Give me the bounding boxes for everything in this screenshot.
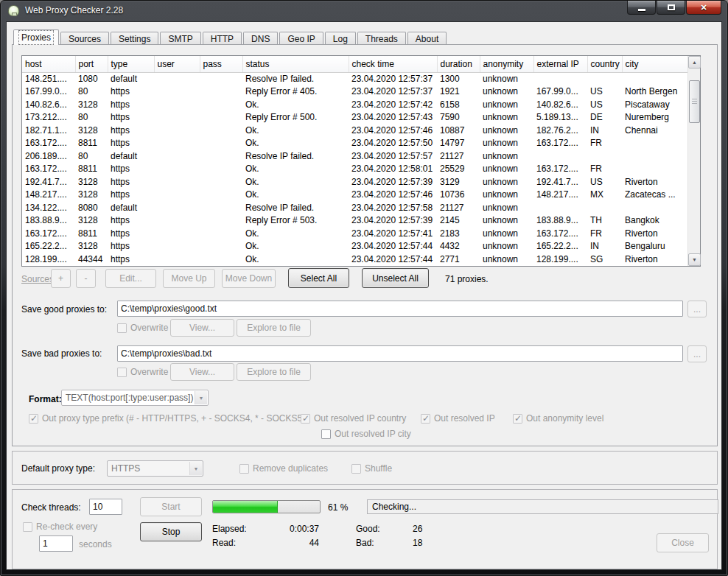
tab-log[interactable]: Log xyxy=(325,32,356,44)
move-down-button[interactable]: Move Down xyxy=(222,269,276,288)
table-row[interactable]: 173.212....80httpsReply Error # 500.23.0… xyxy=(22,111,687,124)
save-bad-overwrite-checkbox[interactable]: Overwrite xyxy=(117,367,168,377)
edit-button[interactable]: Edit... xyxy=(105,269,156,288)
out-city-checkbox[interactable]: Out resolved IP city xyxy=(321,429,411,439)
format-dropdown[interactable]: TEXT(host:port[:type:user:pass]) ▼ xyxy=(61,390,209,406)
table-cell: 21127 xyxy=(437,150,480,163)
table-cell: 148.251.... xyxy=(22,72,75,85)
tab-geo-ip[interactable]: Geo IP xyxy=(279,32,323,44)
column-header[interactable]: city xyxy=(622,56,687,72)
save-good-view-button[interactable]: View... xyxy=(170,319,234,337)
out-ip-checkbox[interactable]: Out resolved IP xyxy=(421,413,495,424)
proxy-list[interactable]: hostporttypeuserpassstatuscheck timedura… xyxy=(21,55,701,267)
start-button[interactable]: Start xyxy=(140,497,202,516)
scroll-up-icon[interactable]: ▲ xyxy=(688,56,701,69)
tab-threads[interactable]: Threads xyxy=(357,32,406,44)
recheck-checkbox[interactable]: Re-check every xyxy=(23,521,97,532)
table-row[interactable]: 182.71.1...3128httpsOk.23.04.2020 12:57:… xyxy=(22,124,687,137)
add-button[interactable]: + xyxy=(51,269,71,288)
close-window-button[interactable]: ✕ xyxy=(686,1,721,15)
scrollbar-thumb[interactable] xyxy=(689,80,700,123)
table-row[interactable]: 148.217....3128httpsOk.23.04.2020 12:57:… xyxy=(22,189,687,202)
save-good-browse-button[interactable]: ... xyxy=(687,301,707,317)
sources-link[interactable]: Sources xyxy=(21,274,54,284)
table-cell: 23.04.2020 12:57:44 xyxy=(349,240,437,253)
table-cell xyxy=(154,189,200,202)
column-header[interactable]: type xyxy=(108,56,154,72)
table-cell: 23.04.2020 12:57:58 xyxy=(349,201,437,214)
table-row[interactable]: 163.172....8811httpsOk.23.04.2020 12:57:… xyxy=(22,137,687,150)
table-row[interactable]: 163.172....8811httpsOk.23.04.2020 12:58:… xyxy=(22,163,687,176)
recheck-seconds-input[interactable] xyxy=(39,535,73,552)
bad-label: Bad: xyxy=(356,538,374,548)
table-row[interactable]: 165.22.2...3128httpsOk.23.04.2020 12:57:… xyxy=(22,240,687,253)
column-header[interactable]: user xyxy=(154,56,200,72)
save-good-overwrite-checkbox[interactable]: Overwrite xyxy=(117,323,168,333)
out-country-checkbox[interactable]: Out resolved IP country xyxy=(301,413,406,424)
tab-sources[interactable]: Sources xyxy=(60,32,109,44)
scroll-down-icon[interactable]: ▼ xyxy=(688,253,701,266)
tab-dns[interactable]: DNS xyxy=(243,32,278,44)
save-good-path-input[interactable] xyxy=(117,301,683,317)
table-cell: default xyxy=(108,72,154,85)
move-up-button[interactable]: Move Up xyxy=(163,269,215,288)
table-row[interactable]: 140.82.6...3128httpsOk.23.04.2020 12:57:… xyxy=(22,98,687,111)
elapsed-label: Elapsed: xyxy=(212,524,247,534)
close-button[interactable]: Close xyxy=(657,533,709,552)
table-row[interactable]: 206.189....80defaultResolve IP failed.23… xyxy=(22,150,687,163)
table-cell xyxy=(200,163,242,176)
column-header[interactable]: check time xyxy=(349,56,437,72)
save-good-explore-button[interactable]: Explore to file xyxy=(237,319,311,337)
bottom-panel: Check threads: Start 61 % Checking... Re… xyxy=(12,489,718,569)
tab-settings[interactable]: Settings xyxy=(111,32,158,44)
tab-about[interactable]: About xyxy=(407,32,447,44)
table-cell: Nuremberg xyxy=(622,111,687,124)
minimize-button[interactable] xyxy=(627,1,656,15)
table-cell xyxy=(200,111,242,124)
save-bad-view-button[interactable]: View... xyxy=(170,363,234,381)
save-bad-browse-button[interactable]: ... xyxy=(687,345,707,362)
stop-button[interactable]: Stop xyxy=(140,522,202,541)
column-header[interactable]: anonymity xyxy=(480,56,533,72)
remove-button[interactable]: - xyxy=(76,269,96,288)
out-prefix-checkbox[interactable]: Out proxy type prefix (# - HTTP/HTTPS, +… xyxy=(29,413,305,424)
shuffle-checkbox[interactable]: Shuffle xyxy=(351,463,392,474)
column-header[interactable]: host xyxy=(22,56,75,72)
save-bad-explore-button[interactable]: Explore to file xyxy=(237,363,311,381)
tab-http[interactable]: HTTP xyxy=(203,32,242,44)
table-row[interactable]: 128.199....44344httpsOk.23.04.2020 12:57… xyxy=(22,253,687,266)
maximize-icon xyxy=(668,4,675,10)
table-row[interactable]: 148.251....1080defaultResolve IP failed.… xyxy=(22,72,687,85)
table-row[interactable]: 192.41.7...3128httpsOk.23.04.2020 12:57:… xyxy=(22,175,687,189)
table-cell: 23.04.2020 12:58:01 xyxy=(349,163,437,176)
table-row[interactable]: 134.122....8080defaultResolve IP failed.… xyxy=(22,201,687,214)
unselect-all-button[interactable]: Unselect All xyxy=(362,268,429,288)
save-bad-path-input[interactable] xyxy=(117,345,683,362)
table-row[interactable]: 183.88.9...3128httpsReply Error # 503.23… xyxy=(22,214,687,228)
column-header[interactable]: external IP xyxy=(533,56,587,72)
maximize-button[interactable] xyxy=(657,1,685,15)
table-row[interactable]: 163.172....8811httpsOk.23.04.2020 12:57:… xyxy=(22,227,687,240)
tab-proxies[interactable]: Proxies xyxy=(13,29,59,45)
table-cell: Reply Error # 500. xyxy=(242,111,349,124)
vertical-scrollbar[interactable]: ▲ ▼ xyxy=(687,56,700,266)
checkbox-label: Overwrite xyxy=(130,367,168,377)
select-all-button[interactable]: Select All xyxy=(288,268,349,288)
column-header[interactable]: status xyxy=(242,56,349,72)
default-proxy-type-dropdown[interactable]: HTTPS ▼ xyxy=(107,460,203,477)
column-header[interactable]: duration xyxy=(437,56,480,72)
checkbox-label: Out anonymity level xyxy=(526,413,603,424)
table-cell: 8811 xyxy=(75,163,108,176)
title-bar[interactable]: Web Proxy Checker 2.28 ✕ xyxy=(1,1,727,21)
table-cell: Ok. xyxy=(242,253,349,266)
table-row[interactable]: 167.99.0...80httpsReply Error # 405.23.0… xyxy=(22,85,687,99)
table-cell: 80 xyxy=(75,150,108,163)
tab-label: Sources xyxy=(66,32,104,46)
column-header[interactable]: port xyxy=(75,56,108,72)
tab-smtp[interactable]: SMTP xyxy=(160,32,200,44)
column-header[interactable]: pass xyxy=(200,56,242,72)
out-anonymity-checkbox[interactable]: Out anonymity level xyxy=(513,413,603,424)
check-threads-input[interactable] xyxy=(89,499,122,515)
remove-duplicates-checkbox[interactable]: Remove duplicates xyxy=(239,463,328,474)
column-header[interactable]: country xyxy=(587,56,622,72)
